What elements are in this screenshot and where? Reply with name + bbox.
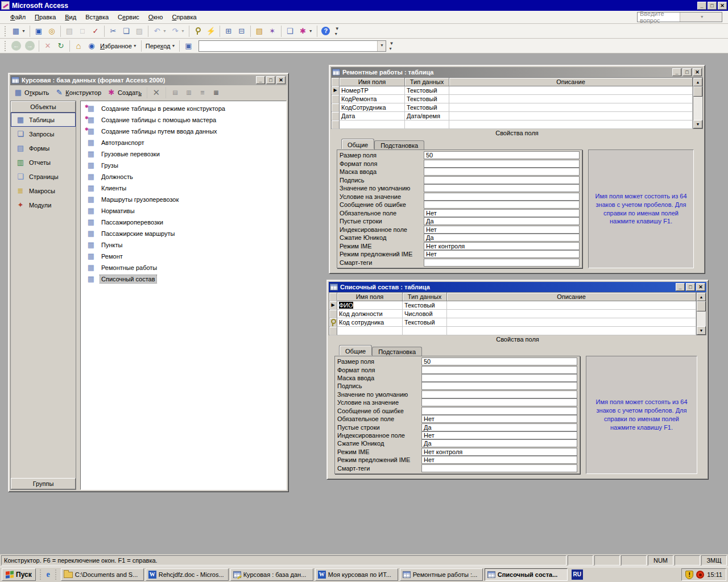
view-button[interactable]: ▦▼: [10, 25, 27, 38]
web-toolbar-only-button[interactable]: ▣: [182, 40, 195, 52]
list-item[interactable]: ▦ Ремонтные работы: [81, 262, 286, 273]
field-desc-cell[interactable]: [447, 327, 696, 335]
field-row[interactable]: ▶ КодРемонта Текстовый: [332, 95, 693, 103]
list-view-button[interactable]: ≣: [196, 86, 209, 99]
language-indicator[interactable]: RU: [572, 569, 583, 580]
print-preview-button[interactable]: □: [76, 25, 89, 38]
field-type-cell[interactable]: Текстовый: [403, 318, 447, 327]
property-value-field[interactable]: Нет контроля: [421, 448, 577, 456]
field-desc-cell[interactable]: [449, 86, 693, 95]
taskbar-window-button[interactable]: W Моя курсовая по ИТ...: [315, 568, 398, 581]
property-value-field[interactable]: [424, 176, 580, 184]
toolbar-grip[interactable]: [5, 26, 7, 36]
back-button[interactable]: ←: [10, 40, 23, 52]
design2-titlebar[interactable]: Списочный состав : таблица _ □ ✕: [329, 282, 706, 292]
field-row[interactable]: ▶ Код должности Числовой: [329, 310, 696, 318]
forward-button[interactable]: →: [23, 40, 36, 52]
taskbar-window-button[interactable]: Списочный соста...: [485, 568, 568, 581]
close-button[interactable]: ✕: [696, 283, 705, 291]
row-selector[interactable]: ▶: [329, 301, 337, 310]
copy-button[interactable]: ❏: [120, 25, 133, 38]
primary-key-button[interactable]: [192, 25, 204, 38]
property-value-field[interactable]: Да: [424, 217, 580, 225]
taskbar-window-button[interactable]: C:\Documents and S...: [61, 568, 144, 581]
tab-general[interactable]: Общие: [341, 139, 374, 149]
property-value-field[interactable]: Нет контроля: [424, 242, 580, 250]
field-desc-cell[interactable]: [447, 318, 696, 327]
objects-header-button[interactable]: Объекты: [11, 101, 76, 113]
taskbar-window-button[interactable]: Курсовая : база дан...: [230, 568, 313, 581]
go-button[interactable]: Переход▼: [144, 40, 177, 52]
field-type-cell[interactable]: Числовой: [403, 310, 447, 318]
scrollbar-thumb[interactable]: [697, 301, 706, 311]
list-item[interactable]: ▦ Маршруты грузоперевозок: [81, 194, 286, 205]
scroll-up-icon[interactable]: ▲: [693, 78, 702, 86]
cut-button[interactable]: ✂: [107, 25, 119, 38]
property-value-field[interactable]: 50: [421, 357, 577, 365]
object-type-item[interactable]: ❏ Запросы: [11, 127, 76, 141]
property-value-field[interactable]: Нет: [424, 250, 580, 258]
scroll-up-icon[interactable]: ▲: [697, 293, 706, 301]
menu-item[interactable]: Справка: [167, 12, 201, 22]
grid-scrollbar[interactable]: ▲ ▼: [696, 293, 706, 335]
new-object-button[interactable]: ✱▼: [297, 25, 315, 38]
close-button[interactable]: ✕: [276, 76, 286, 84]
web-search-button[interactable]: ◉: [85, 40, 98, 52]
save-button[interactable]: ▣: [32, 25, 45, 38]
field-desc-cell[interactable]: [447, 310, 696, 318]
question-box[interactable]: Введите вопрос ▼: [637, 12, 722, 22]
menu-item[interactable]: Файл: [6, 12, 30, 22]
scroll-down-icon[interactable]: ▼: [697, 326, 706, 335]
design1-titlebar[interactable]: Ремонтные работы : таблица _ □ ✕: [331, 67, 703, 77]
help-button[interactable]: ?: [320, 25, 332, 38]
minimize-button[interactable]: _: [256, 76, 265, 84]
field-type-cell[interactable]: Текстовый: [403, 301, 447, 310]
details-view-button[interactable]: ▦: [210, 86, 222, 99]
list-item[interactable]: ▦ Создание таблицы путем ввода данных: [81, 126, 286, 137]
field-type-cell[interactable]: Текстовый: [405, 86, 449, 95]
undo-button[interactable]: ↶▼: [151, 25, 168, 38]
spelling-button[interactable]: ✓: [89, 25, 102, 38]
row-selector[interactable]: ▶: [332, 112, 340, 120]
toolbar-options-chevron[interactable]: ▼▾: [389, 41, 395, 51]
create-button[interactable]: ✱Создать: [105, 87, 144, 98]
row-selector[interactable]: ▶: [332, 103, 340, 112]
list-item[interactable]: ▦ Пассажироперевозки: [81, 217, 286, 228]
maximize-button[interactable]: □: [682, 68, 692, 76]
list-item[interactable]: ▦ Должность: [81, 171, 286, 182]
property-value-field[interactable]: [421, 382, 577, 390]
property-value-field[interactable]: Да: [421, 423, 577, 431]
minimize-button[interactable]: _: [676, 283, 685, 291]
minimize-button[interactable]: _: [672, 68, 681, 76]
row-selector[interactable]: ▶: [329, 318, 337, 327]
security-shield-icon[interactable]: !: [685, 571, 693, 579]
close-button[interactable]: ✕: [718, 2, 727, 10]
field-desc-cell[interactable]: [449, 103, 693, 112]
record-tray-icon[interactable]: [696, 571, 704, 579]
property-value-field[interactable]: [424, 160, 580, 168]
object-type-item[interactable]: ✦ Модули: [11, 198, 76, 212]
menu-item[interactable]: Сервис: [113, 12, 144, 22]
menu-item[interactable]: Правка: [30, 12, 60, 22]
property-value-field[interactable]: 50: [424, 151, 580, 159]
toolbar-grip[interactable]: [5, 41, 7, 51]
property-value-field[interactable]: [421, 366, 577, 374]
small-icons-button[interactable]: ▥: [183, 86, 195, 99]
tab-general[interactable]: Общие: [339, 345, 372, 355]
insert-rows-button[interactable]: ⊞: [222, 25, 235, 38]
design-button[interactable]: ✎Конструктор: [52, 87, 104, 98]
field-row[interactable]: ▶: [332, 120, 693, 129]
property-value-field[interactable]: [421, 464, 577, 472]
internet-explorer-icon[interactable]: e: [44, 570, 53, 579]
database-window-button[interactable]: ❑: [284, 25, 296, 38]
property-value-field[interactable]: [424, 193, 580, 201]
indexes-button[interactable]: ⚡: [205, 25, 217, 38]
taskbar-window-button[interactable]: Ремонтные работы :...: [400, 568, 483, 581]
list-item[interactable]: ▦ Пассажирские маршруты: [81, 228, 286, 239]
row-selector[interactable]: ▶: [329, 327, 337, 335]
stop-button[interactable]: ✕: [42, 40, 54, 52]
close-button[interactable]: ✕: [693, 68, 702, 76]
open-button[interactable]: ▦Открыть: [11, 87, 51, 98]
property-value-field[interactable]: Да: [421, 439, 577, 447]
field-row[interactable]: ▶: [329, 327, 696, 335]
